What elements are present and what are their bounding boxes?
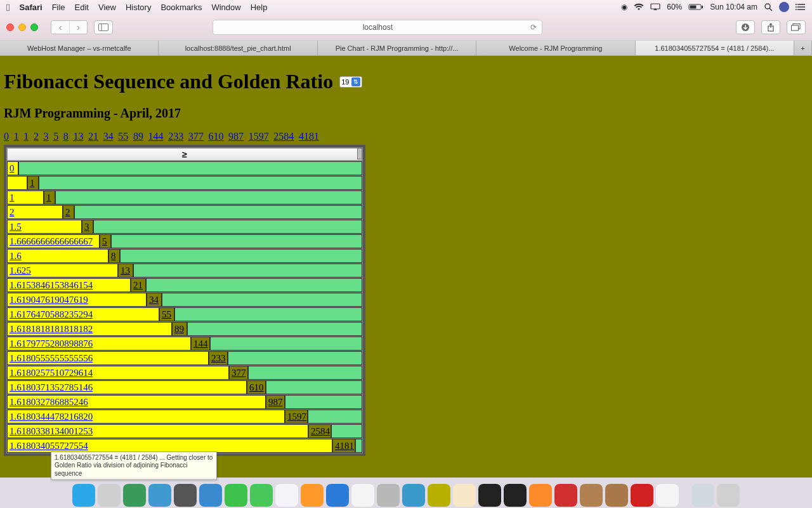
dock-item-finder[interactable] [72, 484, 95, 507]
fib-cell[interactable]: 233 [209, 351, 228, 365]
fibonacci-link[interactable]: 1 [14, 131, 19, 142]
tab[interactable]: Pie Chart - RJM Programming - http://... [318, 41, 476, 55]
fib-cell[interactable]: 377 [229, 366, 248, 380]
new-tab-button[interactable]: + [794, 41, 812, 55]
forward-button[interactable]: › [69, 21, 87, 34]
dock-item-ibooks[interactable] [301, 484, 324, 507]
ratio-cell[interactable]: 1.5 [7, 220, 82, 234]
dock-item-opera[interactable] [554, 484, 577, 507]
fib-cell[interactable]: 55 [159, 307, 174, 321]
fib-cell[interactable]: 1 [27, 176, 39, 190]
tab[interactable]: 1.618034055727554 = (4181 / 2584)... [636, 41, 794, 55]
menu-list-icon[interactable] [796, 3, 806, 11]
fibonacci-link[interactable]: 89 [133, 131, 143, 142]
ratio-cell[interactable]: 1.6 [7, 249, 108, 263]
menu-help[interactable]: Help [251, 3, 268, 12]
dock-item-mamp2[interactable] [504, 484, 527, 507]
tab[interactable]: Welcome - RJM Programming [476, 41, 635, 55]
share-button[interactable] [761, 20, 780, 34]
dock-item-folder[interactable] [691, 484, 714, 507]
ratio-cell[interactable]: 1.6180257510729614 [7, 366, 229, 380]
fibonacci-link[interactable]: 4181 [299, 131, 319, 142]
dock-item-chrome[interactable] [656, 484, 679, 507]
ratio-cell[interactable]: 1.6179775280898876 [7, 337, 191, 351]
ratio-cell[interactable]: 1.6176470588235294 [7, 307, 159, 321]
fibonacci-link[interactable]: 34 [103, 131, 114, 142]
fibonacci-link[interactable]: 0 [4, 131, 9, 142]
menu-file[interactable]: File [52, 3, 65, 12]
fibonacci-link[interactable]: 144 [148, 131, 164, 142]
ratio-cell[interactable]: 1.6181818181818182 [7, 322, 172, 336]
ratio-cell[interactable]: 1.618032786885246 [7, 395, 266, 409]
fibonacci-link[interactable]: 2584 [273, 131, 294, 142]
fibonacci-link[interactable]: 1597 [249, 131, 269, 142]
fib-cell[interactable]: 2584 [308, 424, 331, 438]
dock-item-app3[interactable] [580, 484, 603, 507]
dock-item-terminal[interactable] [478, 484, 501, 507]
dock-item-messages2[interactable] [250, 484, 273, 507]
tabs-button[interactable] [787, 20, 806, 34]
fib-cell[interactable]: 144 [191, 337, 210, 351]
ratio-cell[interactable]: 1.625 [7, 264, 118, 277]
close-window-button[interactable] [6, 23, 14, 31]
dock-item-spacer[interactable] [681, 484, 689, 507]
tab[interactable]: WebHost Manager – vs-rmetcalfe [0, 41, 159, 55]
minimize-window-button[interactable] [18, 23, 26, 31]
disc-icon[interactable]: ◉ [621, 3, 627, 11]
fibonacci-link[interactable]: 233 [168, 131, 183, 142]
fibonacci-link[interactable]: 2 [34, 131, 39, 142]
clock[interactable]: Sun 10:04 am [710, 3, 757, 11]
dock-item-launchpad[interactable] [98, 484, 121, 507]
spotlight-icon[interactable] [764, 3, 773, 11]
menu-edit[interactable]: Edit [75, 3, 89, 12]
dock-item-trash[interactable] [717, 484, 740, 507]
dock-item-itunes[interactable] [275, 484, 298, 507]
fibonacci-link[interactable]: 55 [118, 131, 128, 142]
sidebar-button[interactable] [94, 20, 113, 34]
ratio-cell[interactable]: 1.6153846153846154 [7, 278, 131, 292]
fibonacci-link[interactable]: 13 [73, 131, 83, 142]
fibonacci-link[interactable]: 1 [23, 131, 29, 142]
fib-cell[interactable]: 610 [247, 380, 266, 394]
dock-item-photos[interactable] [174, 484, 197, 507]
fib-cell[interactable]: 89 [172, 322, 187, 336]
ratio-cell[interactable]: 1.6180555555555556 [7, 351, 209, 365]
notification-icon[interactable] [779, 2, 789, 12]
ratio-cell[interactable]: 0 [7, 161, 18, 175]
dock-item-gimp[interactable] [605, 484, 628, 507]
dock-item-safari[interactable] [199, 484, 222, 507]
battery-icon[interactable] [688, 3, 704, 11]
fibonacci-link[interactable]: 3 [44, 131, 49, 142]
reload-icon[interactable]: ⟳ [530, 23, 537, 32]
dock-item-preview[interactable] [148, 484, 171, 507]
url-bar[interactable]: localhost ⟳ [213, 20, 542, 35]
fib-cell[interactable]: 8 [108, 249, 120, 263]
wifi-icon[interactable] [634, 3, 644, 11]
downloads-button[interactable] [736, 20, 755, 34]
dock-item-firefox[interactable] [529, 484, 552, 507]
menu-bookmarks[interactable]: Bookmarks [160, 3, 202, 12]
airplay-icon[interactable] [650, 3, 660, 11]
ratio-cell[interactable]: 2 [7, 205, 63, 219]
ratio-cell[interactable]: 1.6180371352785146 [7, 380, 247, 394]
ratio-cell[interactable]: 1.6666666666666667 [7, 234, 100, 248]
ratio-cell[interactable]: 1 [7, 190, 44, 204]
ratio-cell[interactable]: 1.6180344478216820 [7, 410, 285, 424]
fibonacci-link[interactable]: 610 [208, 131, 223, 142]
fibonacci-link[interactable]: 5 [53, 131, 58, 142]
fibonacci-link[interactable]: 21 [88, 131, 98, 142]
app-menu[interactable]: Safari [19, 3, 42, 12]
menu-history[interactable]: History [126, 3, 151, 12]
fib-cell[interactable]: 13 [118, 264, 133, 277]
dock-item-activity[interactable] [123, 484, 146, 507]
dock-item-filezilla[interactable] [631, 484, 653, 507]
fib-cell[interactable]: 21 [131, 278, 146, 292]
dock-item-settings[interactable] [377, 484, 400, 507]
zoom-window-button[interactable] [30, 23, 38, 31]
ratio-cell[interactable]: 1.6180338134001253 [7, 424, 308, 438]
fibonacci-link[interactable]: 8 [63, 131, 69, 142]
menu-view[interactable]: View [98, 3, 116, 12]
fibonacci-link[interactable]: 377 [188, 131, 204, 142]
dock-item-app2[interactable] [453, 484, 476, 507]
back-button[interactable]: ‹ [51, 21, 69, 34]
